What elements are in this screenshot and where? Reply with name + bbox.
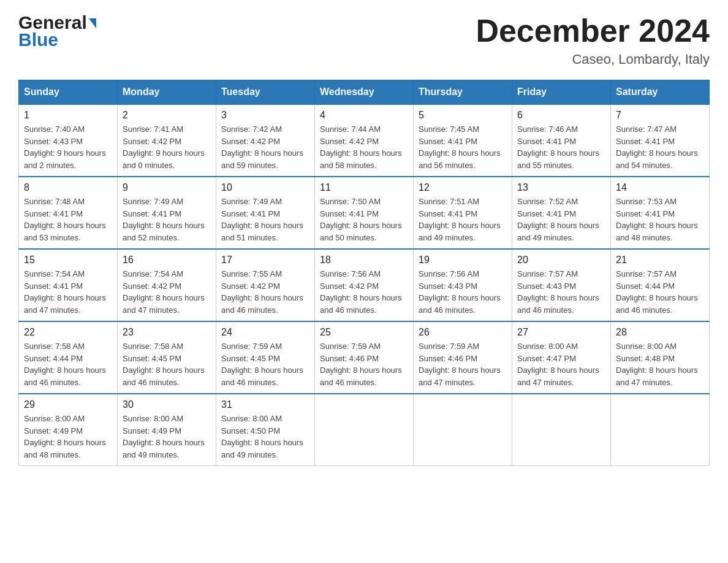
day-info: Sunrise: 8:00 AMSunset: 4:47 PMDaylight:… [517, 342, 599, 387]
day-number: 21 [616, 255, 704, 266]
calendar-cell: 24 Sunrise: 7:59 AMSunset: 4:45 PMDaylig… [216, 321, 315, 394]
day-info: Sunrise: 7:40 AMSunset: 4:43 PMDaylight:… [24, 124, 106, 170]
day-number: 26 [419, 327, 507, 338]
calendar-cell: 25 Sunrise: 7:59 AMSunset: 4:46 PMDaylig… [315, 321, 414, 394]
day-number: 15 [24, 255, 112, 266]
day-number: 11 [320, 182, 408, 193]
title-area: December 2024 Caseo, Lombardy, Italy [476, 12, 710, 67]
day-number: 25 [320, 327, 408, 338]
calendar-cell: 12 Sunrise: 7:51 AMSunset: 4:41 PMDaylig… [414, 177, 512, 249]
day-number: 10 [221, 182, 309, 193]
header-saturday: Saturday [611, 80, 710, 105]
calendar-cell: 11 Sunrise: 7:50 AMSunset: 4:41 PMDaylig… [315, 177, 414, 249]
day-number: 28 [616, 327, 704, 338]
header-wednesday: Wednesday [315, 80, 414, 105]
calendar-cell: 9 Sunrise: 7:49 AMSunset: 4:41 PMDayligh… [118, 177, 216, 249]
day-number: 2 [123, 110, 211, 121]
day-number: 16 [123, 255, 211, 266]
calendar-cell: 10 Sunrise: 7:49 AMSunset: 4:41 PMDaylig… [216, 177, 315, 249]
calendar-cell: 20 Sunrise: 7:57 AMSunset: 4:43 PMDaylig… [512, 249, 611, 321]
day-info: Sunrise: 7:55 AMSunset: 4:42 PMDaylight:… [221, 269, 303, 315]
calendar-cell: 23 Sunrise: 7:58 AMSunset: 4:45 PMDaylig… [118, 321, 216, 394]
calendar-cell [611, 394, 710, 466]
day-info: Sunrise: 7:41 AMSunset: 4:42 PMDaylight:… [123, 124, 205, 170]
calendar-cell: 3 Sunrise: 7:42 AMSunset: 4:42 PMDayligh… [216, 104, 315, 177]
day-number: 22 [24, 327, 112, 338]
day-number: 1 [24, 110, 112, 121]
logo-triangle-icon [89, 18, 96, 28]
calendar-cell: 4 Sunrise: 7:44 AMSunset: 4:42 PMDayligh… [315, 104, 414, 177]
day-number: 7 [616, 110, 704, 121]
day-info: Sunrise: 7:58 AMSunset: 4:44 PMDaylight:… [24, 342, 106, 387]
day-info: Sunrise: 7:58 AMSunset: 4:45 PMDaylight:… [123, 342, 205, 387]
day-info: Sunrise: 7:50 AMSunset: 4:41 PMDaylight:… [320, 197, 402, 242]
calendar-cell: 29 Sunrise: 8:00 AMSunset: 4:49 PMDaylig… [19, 394, 118, 466]
calendar-week-row: 1 Sunrise: 7:40 AMSunset: 4:43 PMDayligh… [19, 104, 710, 177]
day-number: 18 [320, 255, 408, 266]
calendar-cell: 18 Sunrise: 7:56 AMSunset: 4:42 PMDaylig… [315, 249, 414, 321]
day-info: Sunrise: 8:00 AMSunset: 4:49 PMDaylight:… [123, 414, 205, 459]
header-tuesday: Tuesday [216, 80, 315, 105]
day-number: 17 [221, 255, 309, 266]
calendar-week-row: 29 Sunrise: 8:00 AMSunset: 4:49 PMDaylig… [19, 394, 710, 466]
day-info: Sunrise: 7:48 AMSunset: 4:41 PMDaylight:… [24, 197, 106, 242]
day-number: 29 [24, 399, 112, 410]
day-number: 30 [123, 399, 211, 410]
day-number: 31 [221, 399, 309, 410]
calendar-cell: 21 Sunrise: 7:57 AMSunset: 4:44 PMDaylig… [611, 249, 710, 321]
day-info: Sunrise: 8:00 AMSunset: 4:50 PMDaylight:… [221, 414, 303, 459]
calendar-cell: 22 Sunrise: 7:58 AMSunset: 4:44 PMDaylig… [19, 321, 118, 394]
day-info: Sunrise: 7:46 AMSunset: 4:41 PMDaylight:… [517, 124, 599, 170]
day-number: 14 [616, 182, 704, 193]
day-number: 5 [419, 110, 507, 121]
calendar-cell: 2 Sunrise: 7:41 AMSunset: 4:42 PMDayligh… [118, 104, 216, 177]
day-info: Sunrise: 7:49 AMSunset: 4:41 PMDaylight:… [123, 197, 205, 242]
calendar-cell: 17 Sunrise: 7:55 AMSunset: 4:42 PMDaylig… [216, 249, 315, 321]
day-number: 4 [320, 110, 408, 121]
day-info: Sunrise: 7:49 AMSunset: 4:41 PMDaylight:… [221, 197, 303, 242]
calendar-cell: 5 Sunrise: 7:45 AMSunset: 4:41 PMDayligh… [414, 104, 512, 177]
day-info: Sunrise: 7:45 AMSunset: 4:41 PMDaylight:… [419, 124, 501, 170]
calendar-cell: 19 Sunrise: 7:56 AMSunset: 4:43 PMDaylig… [414, 249, 512, 321]
day-number: 6 [517, 110, 605, 121]
calendar-cell: 27 Sunrise: 8:00 AMSunset: 4:47 PMDaylig… [512, 321, 611, 394]
day-number: 3 [221, 110, 309, 121]
day-info: Sunrise: 7:57 AMSunset: 4:43 PMDaylight:… [517, 269, 599, 315]
day-info: Sunrise: 7:59 AMSunset: 4:45 PMDaylight:… [221, 342, 303, 387]
header-sunday: Sunday [19, 80, 118, 105]
month-title: December 2024 [476, 12, 710, 49]
day-number: 23 [123, 327, 211, 338]
day-info: Sunrise: 7:51 AMSunset: 4:41 PMDaylight:… [419, 197, 501, 242]
calendar-cell: 30 Sunrise: 8:00 AMSunset: 4:49 PMDaylig… [118, 394, 216, 466]
calendar-week-row: 8 Sunrise: 7:48 AMSunset: 4:41 PMDayligh… [19, 177, 710, 249]
day-info: Sunrise: 8:00 AMSunset: 4:48 PMDaylight:… [616, 342, 698, 387]
day-info: Sunrise: 7:59 AMSunset: 4:46 PMDaylight:… [320, 342, 402, 387]
day-info: Sunrise: 7:54 AMSunset: 4:41 PMDaylight:… [24, 269, 106, 315]
calendar-cell [315, 394, 414, 466]
page-header: General Blue December 2024 Caseo, Lombar… [18, 12, 710, 67]
calendar-cell: 26 Sunrise: 7:59 AMSunset: 4:46 PMDaylig… [414, 321, 512, 394]
calendar-cell: 31 Sunrise: 8:00 AMSunset: 4:50 PMDaylig… [216, 394, 315, 466]
day-number: 8 [24, 182, 112, 193]
header-thursday: Thursday [414, 80, 512, 105]
calendar-week-row: 15 Sunrise: 7:54 AMSunset: 4:41 PMDaylig… [19, 249, 710, 321]
day-number: 12 [419, 182, 507, 193]
calendar-cell: 15 Sunrise: 7:54 AMSunset: 4:41 PMDaylig… [19, 249, 118, 321]
day-info: Sunrise: 7:47 AMSunset: 4:41 PMDaylight:… [616, 124, 698, 170]
day-info: Sunrise: 7:56 AMSunset: 4:42 PMDaylight:… [320, 269, 402, 315]
calendar-cell: 7 Sunrise: 7:47 AMSunset: 4:41 PMDayligh… [611, 104, 710, 177]
calendar-cell: 8 Sunrise: 7:48 AMSunset: 4:41 PMDayligh… [19, 177, 118, 249]
day-number: 19 [419, 255, 507, 266]
day-info: Sunrise: 7:42 AMSunset: 4:42 PMDaylight:… [221, 124, 303, 170]
header-friday: Friday [512, 80, 611, 105]
day-info: Sunrise: 7:53 AMSunset: 4:41 PMDaylight:… [616, 197, 698, 242]
day-number: 24 [221, 327, 309, 338]
day-info: Sunrise: 7:56 AMSunset: 4:43 PMDaylight:… [419, 269, 501, 315]
header-monday: Monday [118, 80, 216, 105]
calendar-cell: 28 Sunrise: 8:00 AMSunset: 4:48 PMDaylig… [611, 321, 710, 394]
logo-blue: Blue [18, 29, 58, 50]
calendar-cell [512, 394, 611, 466]
day-number: 13 [517, 182, 605, 193]
day-info: Sunrise: 7:57 AMSunset: 4:44 PMDaylight:… [616, 269, 698, 315]
day-info: Sunrise: 7:44 AMSunset: 4:42 PMDaylight:… [320, 124, 402, 170]
